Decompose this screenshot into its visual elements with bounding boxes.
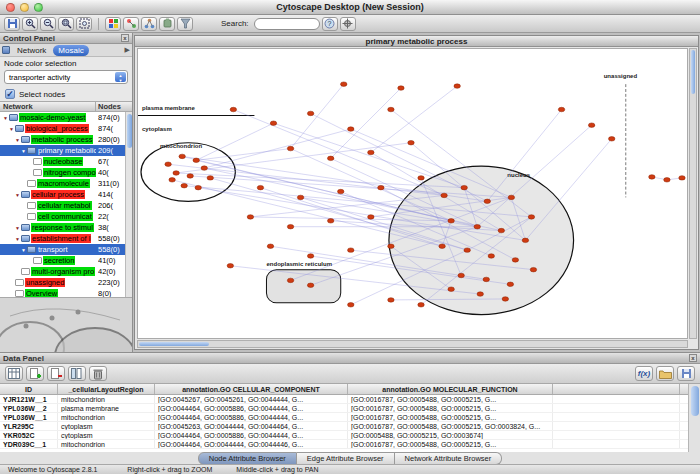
tree-item-mosaic-demo-yeast[interactable]: ▼mosaic-demo-yeast874(0) <box>0 112 132 123</box>
tree-item-macromolecule[interactable]: macromolecule311(0) <box>0 178 132 189</box>
tree-item-establishment-of-l[interactable]: ▼establishment of l558(0) <box>0 233 132 244</box>
tree-expander-icon[interactable]: ▼ <box>14 236 21 242</box>
save-button[interactable] <box>4 17 20 31</box>
table-cell: plasma membrane <box>58 404 155 412</box>
table-cell: YPL036W__1 <box>0 413 58 421</box>
attribute-table-icon <box>8 368 20 379</box>
tree-item-multi-organism-pro[interactable]: multi-organism pro42(0) <box>0 266 132 277</box>
tree-item-primary-metabolic[interactable]: ▼primary metabolic209( <box>0 145 132 156</box>
table-row[interactable]: YPL036W__1mitochondrion[GO:0044464, GO:0… <box>0 413 688 422</box>
network-graph[interactable]: plasma membranecytoplasmmitochondrionnuc… <box>138 49 687 338</box>
tab-network-attribute-browser[interactable]: Network Attribute Browser <box>395 452 503 465</box>
page-icon <box>21 268 30 275</box>
control-panel-header: Control Panel x <box>0 33 132 44</box>
tree-item-cellular-metabol[interactable]: cellular metabol206( <box>0 200 132 211</box>
zoom-out-button[interactable] <box>40 17 56 31</box>
combo-stepper-icon[interactable]: ▲▼ <box>115 72 126 82</box>
table-cell: mitochondrion <box>58 413 155 421</box>
export-attributes-button[interactable] <box>677 366 695 381</box>
clear-attributes-button[interactable] <box>89 366 107 381</box>
preferences-button[interactable] <box>340 17 356 31</box>
annotation-button[interactable] <box>105 17 121 31</box>
select-nodes-checkbox[interactable]: ✓ <box>5 89 15 99</box>
tree-item-count: 280(0) <box>98 135 128 144</box>
tree-expander-icon[interactable]: ▼ <box>8 126 15 132</box>
tree-item-label: macromolecule <box>37 179 90 188</box>
table-row[interactable]: YKR052Ccytoplasm[GO:0044464, GO:0005886,… <box>0 431 688 440</box>
table-row[interactable]: YJR121W__1mitochondrion[GO:0045267, GO:0… <box>0 395 688 404</box>
tree-item-nucleobase[interactable]: nucleobase67( <box>0 156 132 167</box>
minimize-window-button[interactable] <box>20 3 29 12</box>
table-cell: [GO:0044464, GO:0005886, GO:0044444, G..… <box>155 431 348 439</box>
select-nodes-row: ✓ Select nodes <box>0 87 132 101</box>
data-panel-scrollbar[interactable] <box>688 384 700 452</box>
tree-item-count: 22( <box>98 212 128 221</box>
column-header[interactable] <box>553 384 680 394</box>
table-cell: [GO:0044464, GO:0044444, GO:0044446, G..… <box>155 440 348 448</box>
column-settings-button[interactable] <box>68 366 86 381</box>
tab-edge-attribute-browser[interactable]: Edge Attribute Browser <box>297 452 395 465</box>
new-attribute-button[interactable] <box>26 366 44 381</box>
tree-item-cellular-process[interactable]: ▼cellular process414( <box>0 189 132 200</box>
data-panel-close-icon[interactable]: x <box>689 354 697 362</box>
column-header[interactable]: annotation.GO MOLECULAR_FUNCTION <box>348 384 553 394</box>
function-builder-button[interactable]: f(x) <box>635 366 653 381</box>
tree-expander-icon[interactable]: ▼ <box>14 137 21 143</box>
zoom-fit-button[interactable] <box>76 17 92 31</box>
tree-item-biological-process[interactable]: ▼biological_process874( <box>0 123 132 134</box>
filter-button[interactable] <box>177 17 193 31</box>
plugin-button[interactable] <box>159 17 175 31</box>
control-panel-close-icon[interactable]: x <box>121 34 129 42</box>
tree-item-nitrogen-compou[interactable]: nitrogen compou40( <box>0 167 132 178</box>
tree-expander-icon[interactable]: ▼ <box>20 148 27 154</box>
column-header[interactable]: annotation.GO CELLULAR_COMPONENT <box>155 384 348 394</box>
tree-expander-icon[interactable]: ▼ <box>14 225 21 231</box>
tree-item-response-to-stimul[interactable]: ▼response to stimul38( <box>0 222 132 233</box>
zoom-selected-button[interactable] <box>58 17 74 31</box>
table-row[interactable]: YPL036W__2plasma membrane[GO:0044464, GO… <box>0 404 688 413</box>
column-header[interactable]: ID <box>0 384 58 394</box>
page-icon <box>15 279 24 286</box>
tree-item-count: 8(0) <box>98 289 128 297</box>
network-canvas[interactable]: plasma membranecytoplasmmitochondrionnuc… <box>137 48 688 339</box>
vizmapper-icon <box>126 18 137 29</box>
tree-item-secretion[interactable]: secretion41(0) <box>0 255 132 266</box>
import-attributes-button[interactable] <box>656 366 674 381</box>
column-header[interactable]: _cellularLayoutRegion <box>58 384 155 394</box>
tree-item-label: metabolic process <box>31 135 93 144</box>
tree-expander-icon[interactable]: ▼ <box>14 192 21 198</box>
tree-item-metabolic-process[interactable]: ▼metabolic process280(0) <box>0 134 132 145</box>
tree-header-nodes[interactable]: Nodes <box>96 102 132 111</box>
tree-item-overview[interactable]: Overview8(0) <box>0 288 132 297</box>
tab-node-attribute-browser[interactable]: Node Attribute Browser <box>198 452 297 465</box>
select-attributes-button[interactable] <box>5 366 23 381</box>
control-panel: Control Panel x Network Mosaic ▶ Node co… <box>0 33 133 352</box>
tree-item-transport[interactable]: ▼transport558(0) <box>0 244 132 255</box>
network-horizontal-scrollbar[interactable] <box>137 340 688 348</box>
tree-item-cell-communicat[interactable]: cell communicat22( <box>0 211 132 222</box>
layout-button[interactable] <box>141 17 157 31</box>
tree-expander-icon[interactable]: ▼ <box>20 247 27 253</box>
node-color-select[interactable]: transporter activity ▲▼ <box>4 70 128 84</box>
help-button[interactable]: ? <box>322 17 338 31</box>
zoom-in-button[interactable] <box>22 17 38 31</box>
svg-text:mitochondrion: mitochondrion <box>160 143 203 149</box>
search-input[interactable] <box>254 18 320 30</box>
tab-mosaic[interactable]: Mosaic <box>53 45 88 56</box>
network-vertical-scrollbar[interactable] <box>689 48 697 339</box>
tabs-overflow-arrow[interactable]: ▶ <box>125 46 130 54</box>
table-row[interactable]: YLR295Ccytoplasm[GO:0045263, GO:0044444,… <box>0 422 688 431</box>
tab-network[interactable]: Network <box>12 45 51 56</box>
zoom-window-button[interactable] <box>34 3 43 12</box>
tree-header-network[interactable]: Network <box>0 102 96 111</box>
table-row[interactable]: YDR039C__1mitochondrion[GO:0044464, GO:0… <box>0 440 688 449</box>
window-titlebar[interactable]: Cytoscape Desktop (New Session) <box>0 0 700 15</box>
tree-item-unassigned[interactable]: unassigned223(0) <box>0 277 132 288</box>
close-window-button[interactable] <box>6 3 15 12</box>
tree-expander-icon[interactable]: ▼ <box>2 115 9 121</box>
network-view-title[interactable]: primary metabolic process <box>135 36 698 47</box>
tree-scrollbar[interactable] <box>125 112 132 297</box>
vizmapper-button[interactable] <box>123 17 139 31</box>
delete-attribute-button[interactable] <box>47 366 65 381</box>
filter-icon <box>180 18 191 29</box>
